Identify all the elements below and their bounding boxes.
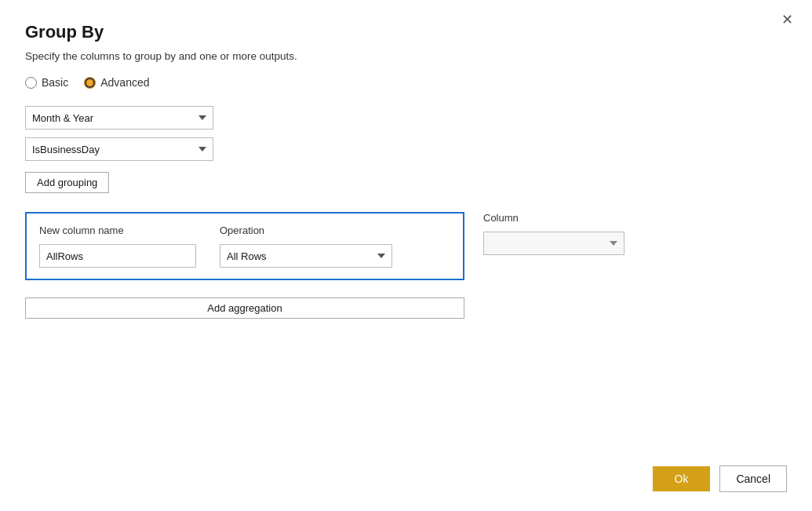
column-field: Column [483, 212, 624, 255]
new-column-input[interactable] [39, 244, 196, 268]
operation-dropdown[interactable]: All Rows Sum Average Min Max Count Count… [220, 244, 392, 268]
dialog-subtitle: Specify the columns to group by and one … [25, 50, 787, 62]
new-column-label: New column name [39, 224, 196, 236]
aggregation-outer-row: New column name Operation All Rows Sum A… [25, 212, 787, 319]
advanced-radio-text: Advanced [100, 76, 149, 89]
basic-radio[interactable] [25, 77, 37, 89]
basic-radio-label[interactable]: Basic [25, 76, 68, 89]
grouping-dropdown-1[interactable]: Month & Year IsBusinessDay [25, 106, 213, 130]
advanced-radio-label[interactable]: Advanced [84, 76, 149, 89]
basic-radio-text: Basic [42, 76, 68, 89]
aggregation-fields-row: New column name Operation All Rows Sum A… [39, 224, 450, 268]
close-button[interactable]: ✕ [777, 11, 798, 28]
aggregation-bordered: New column name Operation All Rows Sum A… [25, 212, 464, 280]
aggregation-bordered-container: New column name Operation All Rows Sum A… [25, 212, 464, 319]
add-grouping-button[interactable]: Add grouping [25, 172, 109, 193]
aggregation-section: New column name Operation All Rows Sum A… [25, 212, 787, 319]
grouping-dropdown-2[interactable]: IsBusinessDay Month & Year [25, 137, 213, 161]
dialog-footer: Ok Cancel [653, 465, 787, 492]
ok-button[interactable]: Ok [653, 466, 711, 491]
mode-radio-group: Basic Advanced [25, 76, 787, 89]
column-dropdown[interactable] [483, 232, 624, 255]
advanced-radio[interactable] [84, 77, 96, 89]
grouping-row-1: Month & Year IsBusinessDay [25, 106, 787, 130]
grouping-section: Month & Year IsBusinessDay IsBusinessDay… [25, 106, 787, 193]
column-label: Column [483, 212, 624, 224]
group-by-dialog: ✕ Group By Specify the columns to group … [0, 0, 812, 511]
operation-label: Operation [220, 224, 392, 236]
operation-field: Operation All Rows Sum Average Min Max C… [220, 224, 392, 268]
dialog-title: Group By [25, 22, 787, 42]
grouping-row-2: IsBusinessDay Month & Year [25, 137, 787, 161]
cancel-button[interactable]: Cancel [719, 465, 787, 492]
new-column-field: New column name [39, 224, 196, 268]
add-aggregation-button[interactable]: Add aggregation [25, 297, 464, 319]
